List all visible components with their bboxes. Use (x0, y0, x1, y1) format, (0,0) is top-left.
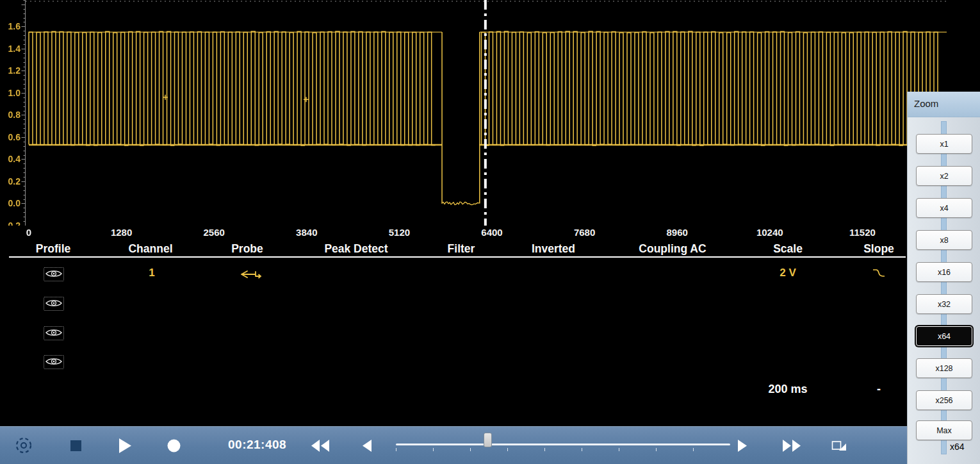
col-channel: Channel (128, 242, 172, 256)
eye-icon (45, 298, 62, 308)
rewind-icon (311, 440, 329, 452)
x-tick-label: 10240 (756, 227, 783, 238)
timebase-value: 200 ms (768, 383, 807, 396)
zoom-x64-button[interactable]: x64 (916, 326, 972, 346)
zoom-x256-button[interactable]: x256 (916, 390, 972, 410)
y-tick-label: 1.2 (0, 65, 20, 76)
channel4-visibility-button[interactable] (44, 355, 64, 369)
y-tick-label: 0.4 (0, 153, 20, 165)
channel2-visibility-button[interactable] (44, 297, 64, 311)
probe-attenuation-icon (233, 269, 262, 279)
col-peak-detect: Peak Detect (324, 242, 388, 256)
zoom-panel-header: Zoom (908, 92, 980, 117)
falling-edge-icon (872, 268, 885, 278)
eye-icon (45, 356, 62, 367)
col-scale: Scale (773, 242, 803, 256)
oscilloscope-app: 1.6 1.4 1.2 1.0 0.8 0.6 0.4 0.2 0.0 -0.2… (0, 0, 980, 464)
zoom-x1-button[interactable]: x1 (916, 134, 972, 154)
col-slope: Slope (863, 242, 894, 256)
rewind-button[interactable] (311, 440, 329, 452)
snapshot-icon (831, 439, 847, 452)
zoom-x2-button[interactable]: x2 (916, 166, 972, 186)
x-tick-label: 5120 (389, 227, 410, 238)
scope-canvas[interactable] (0, 0, 980, 226)
record-button[interactable] (167, 439, 181, 452)
stop-button[interactable] (70, 440, 81, 451)
x-tick-label: 11520 (849, 227, 876, 238)
table-divider (9, 256, 906, 258)
fast-forward-icon (783, 440, 801, 452)
channel-row-1: 1 2 V (0, 265, 907, 285)
y-tick-label: 1.4 (0, 43, 20, 54)
x-tick-label: 6400 (481, 227, 502, 238)
col-profile: Profile (36, 242, 70, 256)
zoom-x16-button[interactable]: x16 (916, 262, 972, 282)
x-tick-label: 3840 (296, 227, 317, 238)
scope-display: 1.6 1.4 1.2 1.0 0.8 0.6 0.4 0.2 0.0 -0.2 (0, 0, 980, 226)
col-probe: Probe (231, 242, 263, 256)
eye-icon (45, 327, 62, 338)
channel-row-2 (0, 295, 907, 314)
y-tick-label: 0.0 (0, 197, 20, 209)
seek-tick-marks (396, 448, 730, 451)
step-back-icon (363, 440, 372, 452)
x-tick-label: 8960 (667, 227, 688, 238)
step-forward-button[interactable] (738, 440, 747, 452)
time-axis: 0 1280 2560 3840 5120 6400 7680 8960 102… (0, 226, 980, 241)
probe-setting[interactable] (233, 269, 262, 282)
zoom-panel: Zoom x1 x2 x4 x8 x16 x32 x64 x128 x256 M… (907, 92, 980, 464)
zoom-x32-button[interactable]: x32 (916, 294, 972, 314)
channel-scale[interactable]: 2 V (780, 267, 796, 279)
zoom-x128-button[interactable]: x128 (916, 358, 972, 378)
eye-icon (45, 269, 62, 279)
seek-slider-track[interactable] (396, 443, 730, 445)
channel-row-3 (0, 324, 907, 344)
y-tick-label: 0.8 (0, 109, 20, 120)
snapshot-button[interactable] (831, 439, 847, 452)
col-inverted: Inverted (532, 242, 575, 256)
channel3-visibility-button[interactable] (44, 326, 64, 340)
col-coupling-ac: Coupling AC (639, 242, 706, 256)
zoom-panel-title: Zoom (914, 98, 938, 109)
play-button[interactable] (119, 438, 132, 453)
channel-number[interactable]: 1 (149, 267, 154, 279)
col-filter: Filter (448, 242, 475, 256)
slope-setting[interactable] (872, 268, 885, 281)
zoom-level-label: x64 (950, 442, 965, 452)
play-icon (119, 438, 132, 453)
zoom-max-button[interactable]: Max (916, 420, 972, 440)
fast-forward-button[interactable] (783, 440, 801, 452)
y-tick-label: 1.6 (0, 21, 20, 32)
seek-slider-handle[interactable] (484, 433, 492, 447)
x-tick-label: 2560 (204, 227, 225, 238)
y-tick-label: 1.0 (0, 87, 20, 99)
channels-table: Profile Channel Probe Peak Detect Filter… (0, 241, 980, 426)
x-tick-label: 7680 (574, 227, 595, 238)
capture-icon (14, 436, 33, 455)
channel-row-4 (0, 353, 907, 372)
record-icon (167, 439, 181, 452)
capture-button[interactable] (14, 436, 33, 455)
zoom-x4-button[interactable]: x4 (916, 198, 972, 218)
step-forward-icon (738, 440, 747, 452)
channel1-visibility-button[interactable] (44, 267, 64, 281)
zoom-x8-button[interactable]: x8 (916, 230, 972, 250)
x-tick-label: 0 (26, 227, 31, 238)
step-back-button[interactable] (363, 440, 372, 452)
elapsed-time: 00:21:408 (228, 438, 286, 452)
x-tick-label: 1280 (111, 227, 132, 238)
transport-bar: 00:21:408 (0, 426, 980, 464)
slope-empty-dash: - (877, 383, 881, 396)
y-tick-label: 0.2 (0, 176, 20, 187)
y-tick-label: -0.2 (0, 220, 20, 226)
y-tick-label: 0.6 (0, 131, 20, 143)
